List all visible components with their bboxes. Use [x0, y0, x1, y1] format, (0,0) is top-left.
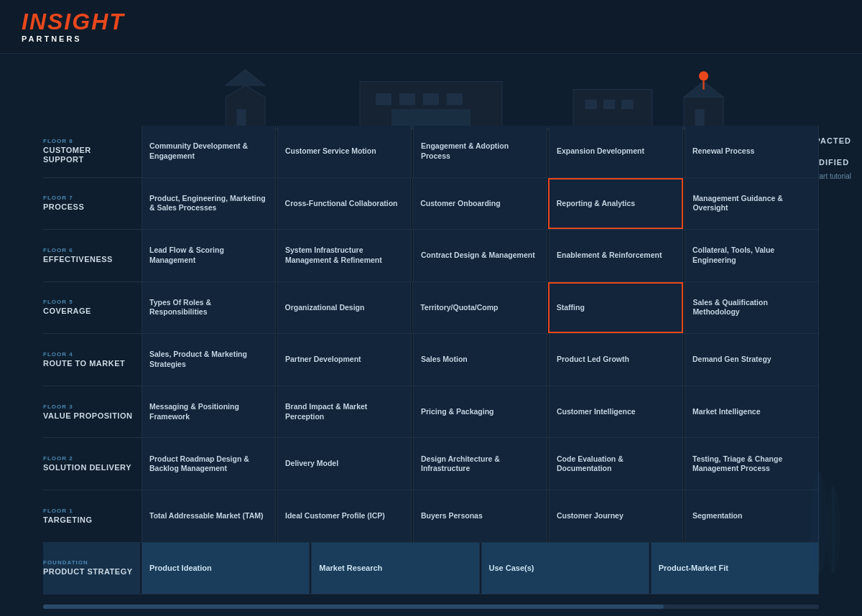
grid-cell-floor5-1[interactable]: Organizational Design — [277, 282, 412, 334]
grid-row-floor8: Community Development & EngagementCustom… — [140, 126, 819, 178]
grid-cell-foundation-2[interactable]: Use Case(s) — [481, 543, 649, 594]
floor-label-floor8: FLOOR 8CUSTOMER SUPPORT — [43, 126, 140, 178]
grid-cell-floor1-0[interactable]: Total Addressable Market (TAM) — [142, 490, 276, 542]
grid-row-floor3: Messaging & Positioning FrameworkBrand I… — [140, 386, 819, 439]
svg-rect-5 — [376, 93, 391, 106]
floor-name-floor4: ROUTE TO MARKET — [43, 359, 133, 368]
logo-insight: INSIGHT — [22, 10, 125, 33]
grid-cell-floor8-2[interactable]: Engagement & Adoption Process — [413, 126, 547, 177]
floor-number-floor8: FLOOR 8 — [43, 138, 133, 144]
floor-name-floor7: PROCESS — [43, 202, 133, 212]
grid-cell-floor1-1[interactable]: Ideal Customer Profile (ICP) — [277, 490, 412, 542]
svg-point-17 — [699, 71, 708, 80]
grid-cell-floor8-3[interactable]: Expansion Development — [549, 126, 683, 177]
grid-cell-floor2-4[interactable]: Testing, Triage & Change Management Proc… — [685, 438, 819, 490]
floor-label-foundation: FOUNDATIONPRODUCT STRATEGY — [43, 543, 140, 595]
svg-marker-2 — [226, 70, 265, 85]
grid-cell-floor7-4[interactable]: Management Guidance & Oversight — [685, 178, 819, 230]
svg-rect-11 — [585, 100, 598, 109]
floor-number-floor3: FLOOR 3 — [43, 403, 133, 410]
floor-number-floor6: FLOOR 6 — [43, 247, 133, 253]
grid-cell-floor3-0[interactable]: Messaging & Positioning Framework — [142, 386, 276, 438]
grid-cell-floor2-0[interactable]: Product Roadmap Design & Backlog Managem… — [142, 438, 276, 490]
grid-row-foundation: Product IdeationMarket ResearchUse Case(… — [140, 543, 819, 595]
floor-number-floor2: FLOOR 2 — [43, 455, 133, 462]
grid-cell-floor4-2[interactable]: Sales Motion — [413, 334, 547, 386]
grid-row-floor7: Product, Engineering, Marketing & Sales … — [140, 178, 819, 230]
grid-cell-floor4-1[interactable]: Partner Development — [277, 334, 412, 386]
grid-cell-floor2-3[interactable]: Code Evaluation & Documentation — [549, 438, 683, 490]
floor-name-floor5: COVERAGE — [43, 307, 133, 316]
floor-label-floor7: FLOOR 7PROCESS — [43, 178, 140, 230]
floor-number-floor1: FLOOR 1 — [43, 508, 133, 514]
scrollbar-thumb — [43, 605, 664, 609]
building-illustration — [0, 54, 862, 133]
horizontal-scrollbar[interactable] — [43, 605, 819, 609]
floor-label-floor4: FLOOR 4ROUTE TO MARKET — [43, 334, 140, 386]
floor-name-foundation: PRODUCT STRATEGY — [43, 567, 133, 577]
grid-cell-floor2-1[interactable]: Delivery Model — [277, 438, 412, 490]
floor-name-floor8: CUSTOMER SUPPORT — [43, 146, 133, 164]
svg-rect-13 — [621, 100, 634, 109]
grid-cell-floor2-2[interactable]: Design Architecture & Infrastructure — [413, 438, 547, 490]
grid-cell-floor8-0[interactable]: Community Development & Engagement — [142, 126, 276, 177]
grid-cell-floor3-1[interactable]: Brand Impact & Market Perception — [277, 386, 412, 438]
header: INSIGHT PARTNERS — [0, 0, 862, 54]
grid-cell-floor3-2[interactable]: Pricing & Packaging — [413, 386, 547, 438]
svg-rect-6 — [399, 93, 415, 106]
grid-cell-floor3-4[interactable]: Market Intelligence — [685, 386, 819, 438]
feather-decoration — [805, 458, 848, 587]
grid-cell-foundation-0[interactable]: Product Ideation — [142, 543, 310, 594]
grid-cell-floor3-3[interactable]: Customer Intelligence — [549, 386, 683, 438]
logo-partners: PARTNERS — [22, 34, 125, 43]
floor-number-foundation: FOUNDATION — [43, 559, 133, 566]
floor-name-floor2: SOLUTION DELIVERY — [43, 463, 133, 472]
grid-cell-floor5-0[interactable]: Types Of Roles & Responsibilities — [142, 282, 276, 334]
grid-cell-floor1-2[interactable]: Buyers Personas — [413, 490, 547, 542]
grid-cell-foundation-1[interactable]: Market Research — [311, 543, 479, 594]
grid-cell-floor5-3[interactable]: Staffing — [548, 282, 684, 334]
grid-row-floor2: Product Roadmap Design & Backlog Managem… — [140, 438, 819, 490]
floor-labels: FLOOR 8CUSTOMER SUPPORTFLOOR 7PROCESSFLO… — [43, 126, 140, 594]
grid-cell-floor5-4[interactable]: Sales & Qualification Methodology — [685, 282, 819, 334]
main-content: IMPACTED MODIFIED ? Restart tutorial FLO… — [0, 54, 862, 616]
grid-cell-floor4-3[interactable]: Product Led Growth — [549, 334, 683, 386]
grid-cell-floor6-2[interactable]: Contract Design & Management — [413, 230, 547, 281]
floor-label-floor6: FLOOR 6EFFECTIVENESS — [43, 230, 140, 282]
grid-cell-floor6-3[interactable]: Enablement & Reinforcement — [549, 230, 683, 281]
grid-row-floor6: Lead Flow & Scoring ManagementSystem Inf… — [140, 230, 819, 282]
floor-label-floor1: FLOOR 1TARGETING — [43, 490, 140, 543]
floor-label-floor2: FLOOR 2SOLUTION DELIVERY — [43, 438, 140, 490]
grid-cell-floor1-3[interactable]: Customer Journey — [549, 490, 683, 542]
grid-cell-floor8-4[interactable]: Renewal Process — [685, 126, 819, 177]
grid-cell-floor4-0[interactable]: Sales, Product & Marketing Strategies — [142, 334, 276, 386]
grid-cell-floor8-1[interactable]: Customer Service Motion — [277, 126, 412, 177]
grid-cells: Community Development & EngagementCustom… — [140, 126, 819, 594]
floor-label-floor5: FLOOR 5COVERAGE — [43, 282, 140, 335]
svg-rect-8 — [447, 93, 463, 106]
grid-row-floor1: Total Addressable Market (TAM)Ideal Cust… — [140, 490, 819, 543]
grid-cell-floor6-1[interactable]: System Infrastructure Management & Refin… — [277, 230, 412, 281]
svg-rect-12 — [603, 100, 616, 109]
floor-number-floor5: FLOOR 5 — [43, 299, 133, 305]
floor-label-floor3: FLOOR 3VALUE PROPOSITION — [43, 386, 140, 439]
grid-cell-floor7-0[interactable]: Product, Engineering, Marketing & Sales … — [142, 178, 276, 230]
grid-row-floor5: Types Of Roles & ResponsibilitiesOrganiz… — [140, 282, 819, 335]
grid-cell-floor1-4[interactable]: Segmentation — [685, 490, 819, 542]
grid-cell-floor6-4[interactable]: Collateral, Tools, Value Engineering — [685, 230, 819, 281]
grid-cell-foundation-3[interactable]: Product-Market Fit — [651, 543, 819, 594]
grid-cell-floor6-0[interactable]: Lead Flow & Scoring Management — [142, 230, 276, 281]
grid-row-floor4: Sales, Product & Marketing StrategiesPar… — [140, 334, 819, 386]
floor-name-floor6: EFFECTIVENESS — [43, 255, 133, 264]
grid-cell-floor7-2[interactable]: Customer Onboarding — [412, 178, 547, 230]
floor-name-floor1: TARGETING — [43, 515, 133, 525]
grid-cell-floor7-1[interactable]: Cross-Functional Collaboration — [277, 178, 412, 230]
floor-number-floor7: FLOOR 7 — [43, 195, 133, 201]
grid-cell-floor5-2[interactable]: Territory/Quota/Comp — [412, 282, 547, 334]
floor-name-floor3: VALUE PROPOSITION — [43, 411, 133, 421]
grid-cell-floor7-3[interactable]: Reporting & Analytics — [548, 178, 684, 230]
grid-cell-floor4-4[interactable]: Demand Gen Strategy — [685, 334, 819, 386]
svg-rect-7 — [423, 93, 439, 106]
floor-number-floor4: FLOOR 4 — [43, 351, 133, 358]
grid-container: FLOOR 8CUSTOMER SUPPORTFLOOR 7PROCESSFLO… — [43, 126, 819, 594]
